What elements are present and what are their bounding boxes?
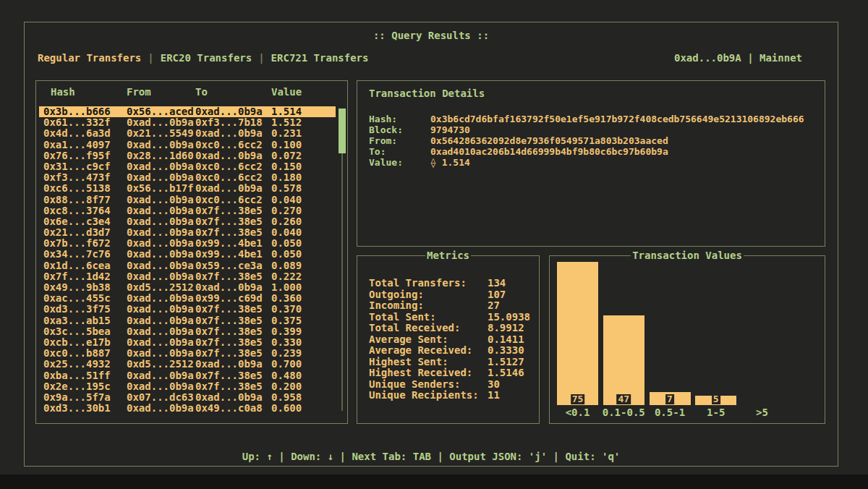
table-cell: 0xad...0b9a	[127, 195, 195, 205]
tab-regular-transfers[interactable]: Regular Transfers	[38, 52, 141, 64]
table-cell: 0x21...5549	[127, 128, 195, 139]
query-results-window: :: Query Results :: Regular Transfers|ER…	[24, 22, 838, 467]
table-cell: 0x59...ce3a	[195, 260, 271, 271]
table-cell: 0x28...1d60	[127, 150, 195, 161]
table-cell: 0x34...7c76	[43, 249, 127, 260]
table-cell: 0xad...0b9a	[127, 249, 195, 260]
table-cell: 0xad...0b9a	[195, 128, 271, 139]
tab-bar: Regular Transfers|ERC20 Transfers|ERC721…	[38, 52, 368, 64]
transaction-details-panel: Transaction Details Hash:0x3b6cd7d6bfaf1…	[357, 80, 825, 247]
table-cell: 0x7f...38e5	[195, 205, 271, 216]
table-row[interactable]: 0x4d...6a3d0x21...55490xad...0b9a0.231	[39, 128, 336, 139]
table-cell: 0x7f...38e5	[195, 370, 271, 381]
detail-field: Value:⟠ 1.514	[369, 157, 825, 168]
table-scrollbar[interactable]	[339, 109, 346, 415]
metric-value: 134	[488, 277, 506, 289]
table-row[interactable]: 0x2e...195c0xad...0b9a0x7f...38e50.200	[39, 381, 336, 392]
metric-value: 30	[488, 378, 500, 390]
table-cell: 0x9a...5f7a	[43, 392, 127, 403]
table-row[interactable]: 0x49...9b380xd5...25120xad...0b9a1.000	[39, 282, 336, 293]
table-cell: 1.512	[271, 117, 302, 128]
table-row[interactable]: 0x34...7c760xad...0b9a0x99...4be10.050	[39, 249, 336, 260]
metric-label: Incoming:	[369, 300, 488, 312]
table-cell: 0xcb...e17b	[43, 337, 127, 348]
table-cell: 0xad...0b9a	[195, 392, 271, 403]
metric-row: Average Sent:0.1411	[369, 334, 539, 346]
table-row[interactable]: 0x7f...1d420xad...0b9a0x7f...38e50.222	[39, 271, 336, 282]
column-header-from: From	[127, 86, 195, 98]
axis-tick-label: 1-5	[707, 407, 725, 418]
table-row[interactable]: 0x25...49320xd5...25120xad...0b9a0.700	[39, 359, 336, 370]
tab-erc20-transfers[interactable]: ERC20 Transfers	[161, 52, 252, 64]
metric-row: Unique Recipients:11	[369, 390, 539, 401]
detail-value: 0x564286362092d8e7936f0549571a803b203aac…	[430, 135, 668, 146]
table-cell: 0.375	[271, 315, 302, 326]
table-cell: 0.150	[271, 161, 302, 172]
metric-value: 15.0938	[488, 311, 530, 323]
details-fields: Hash:0x3b6cd7d6bfaf163792f50e1ef5e917b97…	[369, 114, 825, 168]
axis-tick-label: 0.5-1	[655, 407, 685, 418]
table-row[interactable]: 0xf3...473f0xad...0b9a0xc0...6cc20.180	[39, 172, 336, 183]
table-cell: 0xad...0b9a	[195, 359, 271, 370]
table-row[interactable]: 0x6e...c3e40xad...0b9a0x7f...38e50.260	[39, 216, 336, 227]
table-row[interactable]: 0xcb...e17b0xad...0b9a0x7f...38e50.330	[39, 337, 336, 348]
column-header-hash: Hash	[36, 86, 127, 98]
table-cell: 0.231	[271, 128, 302, 139]
table-row[interactable]: 0xc6...51380x56...b17f0xad...0b9a0.578	[39, 183, 336, 194]
table-cell: 0x1d...6cea	[43, 260, 127, 271]
metric-value: 0.3330	[488, 344, 524, 356]
table-row[interactable]: 0xa1...40970xad...0b9a0xc0...6cc20.100	[39, 140, 336, 150]
table-row[interactable]: 0x7b...f6720xad...0b9a0x99...4be10.050	[39, 238, 336, 249]
table-row[interactable]: 0x1d...6cea0xad...0b9a0x59...ce3a0.089	[39, 260, 336, 271]
table-cell: 0x2e...195c	[43, 381, 127, 392]
table-row[interactable]: 0xd3...30b10xad...0b9a0x49...c0a80.600	[39, 403, 336, 414]
table-row[interactable]: 0x61...332f0xad...0b9a0xf3...7b181.512	[39, 117, 336, 128]
table-row[interactable]: 0xc0...b8870xad...0b9a0x7f...38e50.239	[39, 348, 336, 359]
table-cell: 0xac...455c	[43, 293, 127, 304]
table-row[interactable]: 0x9a...5f7a0x07...dc630xad...0b9a0.958	[39, 392, 336, 403]
axis-tick-label: 0.1-0.5	[603, 407, 645, 418]
metric-value: 107	[488, 289, 506, 300]
table-row[interactable]: 0xba...51ff0xad...0b9a0x7f...38e50.480	[39, 370, 336, 381]
table-cell: 0x7f...38e5	[195, 216, 271, 227]
detail-field: Block:9794730	[369, 124, 825, 135]
table-row[interactable]: 0x76...f95f0x28...1d600xad...0b9a0.072	[39, 150, 336, 161]
table-cell: 0x7f...38e5	[195, 326, 271, 337]
tab-erc721-transfers[interactable]: ERC721 Transfers	[271, 52, 369, 64]
table-cell: 0xad...0b9a	[127, 403, 195, 414]
table-cell: 0x7f...38e5	[195, 227, 271, 238]
metric-label: Total Received:	[369, 323, 488, 334]
table-cell: 0.600	[271, 403, 302, 414]
table-cell: 0.260	[271, 216, 302, 227]
table-cell: 0x61...332f	[43, 117, 127, 128]
table-row[interactable]: 0x31...c9cf0xad...0b9a0xc0...6cc20.150	[39, 161, 336, 172]
transaction-values-chart-panel: Transaction Values 75<0.1470.1-0.570.5-1…	[549, 255, 825, 424]
transfers-table-panel: Hash From To Value 0x3b...b6660x56...ace…	[35, 80, 348, 424]
table-cell: 0xad...0b9a	[127, 348, 195, 359]
table-row[interactable]: 0xd3...3f750xad...0b9a0x7f...38e50.370	[39, 304, 336, 315]
metric-value: 1.5127	[488, 356, 524, 367]
table-cell: 0x6e...c3e4	[43, 216, 127, 227]
table-cell: 0x31...c9cf	[43, 161, 127, 172]
table-row[interactable]: 0xac...455c0xad...0b9a0x99...c69d0.360	[39, 293, 336, 304]
bar-0.5-1: 7	[650, 392, 691, 405]
table-cell: 0x49...c0a8	[195, 403, 271, 414]
scrollbar-track	[341, 110, 343, 411]
table-row[interactable]: 0x21...d3d70xad...0b9a0x7f...38e50.040	[39, 227, 336, 238]
metrics-rows: Total Transfers:134Outgoing:107Incoming:…	[369, 278, 539, 401]
table-cell: 0xc0...6cc2	[195, 172, 271, 183]
table-cell: 0.100	[271, 140, 302, 150]
table-row[interactable]: 0x88...8f770xad...0b9a0xc0...6cc20.040	[39, 195, 336, 205]
page-title: :: Query Results ::	[25, 30, 838, 41]
metric-label: Unique Recipients:	[369, 390, 488, 401]
table-cell: 0xc0...b887	[43, 348, 127, 359]
table-row[interactable]: 0xa3...ab150xad...0b9a0x7f...38e50.375	[39, 315, 336, 326]
table-row[interactable]: 0x3c...5bea0xad...0b9a0x7f...38e50.399	[39, 326, 336, 337]
table-row[interactable]: 0xc8...37640xad...0b9a0x7f...38e50.270	[39, 205, 336, 216]
column-header-value: Value	[271, 86, 302, 98]
axis-tick-label: <0.1	[566, 407, 590, 418]
table-row[interactable]: 0x3b...b6660x56...aced0xad...0b9a1.514	[39, 106, 336, 117]
table-cell: 0x56...aced	[127, 106, 195, 117]
table-cell: 0.222	[271, 271, 302, 282]
scrollbar-thumb[interactable]	[339, 109, 346, 153]
